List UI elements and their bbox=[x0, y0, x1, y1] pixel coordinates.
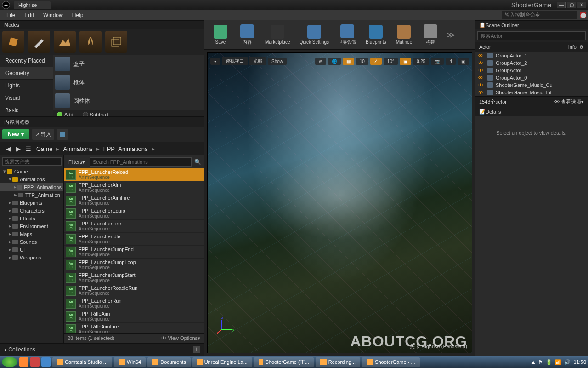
viewport[interactable]: ▾ 透视视口 光照 Show ⊕ 🌐 ▦ 10 ∠ 10° ▣ 0.25 📷 4… bbox=[207, 52, 472, 353]
brush-subtract-radio[interactable]: Subtract bbox=[83, 112, 109, 116]
angle-snap-icon[interactable]: ∠ bbox=[370, 58, 382, 65]
mode-cat-lights[interactable]: Lights bbox=[0, 80, 53, 92]
mode-cat-geometry[interactable]: Geometry bbox=[0, 67, 53, 80]
viewport-maximize-icon[interactable]: ▣ bbox=[458, 58, 469, 65]
mode-cat-visual[interactable]: Visual bbox=[0, 92, 53, 104]
outliner-col-info[interactable]: Info bbox=[568, 44, 577, 50]
outliner-view-options[interactable]: 👁 查看选项▾ bbox=[554, 98, 584, 105]
tree-folder[interactable]: ▸Weapons bbox=[0, 253, 63, 261]
actor-row[interactable]: 👁GroupActor_1 bbox=[475, 52, 588, 59]
tree-folder[interactable]: ▸Effects bbox=[0, 214, 63, 222]
search-icon[interactable]: 🔍 bbox=[194, 159, 201, 165]
actor-row[interactable]: 👁GroupActor bbox=[475, 67, 588, 74]
quick-launch-icon[interactable] bbox=[19, 357, 28, 367]
transform-mode-icon[interactable]: ⊕ bbox=[315, 58, 326, 65]
place-item[interactable]: 圆柱体 bbox=[53, 92, 204, 110]
scale-snap-icon[interactable]: ▣ bbox=[400, 58, 411, 65]
place-mode-icon[interactable] bbox=[2, 31, 24, 53]
actor-row[interactable]: 👁ShooterGame_Music_Cu bbox=[475, 81, 588, 89]
taskbar-app-button[interactable]: Win64 bbox=[114, 357, 146, 367]
tray-icon[interactable]: 📶 bbox=[555, 359, 561, 365]
taskbar-app-button[interactable]: ShooterGame (正... bbox=[254, 357, 314, 367]
asset-item[interactable]: AnImFPP_LauncherEquipAnimSequence bbox=[64, 207, 204, 220]
grid-snap-icon[interactable]: ▦ bbox=[343, 58, 354, 65]
brush-add-radio[interactable]: Add bbox=[57, 112, 74, 116]
visibility-eye-icon[interactable]: 👁 bbox=[478, 90, 485, 95]
asset-search-input[interactable] bbox=[90, 157, 192, 167]
menu-help[interactable]: Help bbox=[68, 11, 88, 19]
asset-item[interactable]: AnImFPP_LauncherJumpStartAnimSequence bbox=[64, 271, 204, 284]
view-options-button[interactable]: 👁 View Options▾ bbox=[161, 335, 200, 341]
mode-cat-basic[interactable]: Basic bbox=[0, 104, 53, 116]
tray-icon[interactable]: ▲ bbox=[531, 359, 536, 365]
menu-edit[interactable]: Edit bbox=[20, 11, 39, 19]
tree-folder[interactable]: ▸Characters bbox=[0, 207, 63, 214]
level-tab[interactable]: Highrise bbox=[14, 1, 51, 9]
quick-launch-icon[interactable] bbox=[41, 357, 51, 367]
menu-file[interactable]: File bbox=[2, 11, 20, 19]
breadcrumb[interactable]: Game bbox=[34, 145, 54, 152]
asset-item[interactable]: AnImFPP_LauncherJumpEndAnimSequence bbox=[64, 246, 204, 259]
collections-expander[interactable]: ▴ Collections bbox=[4, 346, 35, 353]
place-item[interactable]: 椎体 bbox=[53, 73, 204, 92]
viewport-lit-button[interactable]: 光照 bbox=[249, 57, 266, 65]
asset-item[interactable]: AnImFPP_LanucherReloadAnimSequence bbox=[64, 168, 204, 181]
tree-folder[interactable]: ▸UI bbox=[0, 246, 63, 253]
asset-list[interactable]: AnImFPP_LanucherReloadAnimSequenceAnImFP… bbox=[64, 168, 204, 333]
tree-folder[interactable]: ▸Maps bbox=[0, 230, 63, 238]
asset-item[interactable]: AnImFPP_LauncherFireAnimSequence bbox=[64, 220, 204, 233]
tray-icon[interactable]: 🔋 bbox=[546, 359, 552, 365]
nav-forward-button[interactable]: ▶ bbox=[14, 144, 23, 153]
visibility-eye-icon[interactable]: 👁 bbox=[478, 82, 485, 88]
grid-snap-value[interactable]: 10 bbox=[356, 58, 368, 65]
toolbar-button[interactable]: 构建 bbox=[418, 23, 443, 46]
engine-stop-button[interactable]: ⬤ bbox=[580, 12, 586, 18]
asset-item[interactable]: AnImFPP_LauncherAimFireAnimSequence bbox=[64, 194, 204, 207]
breadcrumb[interactable]: Animations bbox=[61, 145, 94, 152]
window-minimize-button[interactable]: — bbox=[557, 2, 566, 8]
taskbar-app-button[interactable]: ShooterGame - ... bbox=[362, 357, 419, 367]
foliage-mode-icon[interactable] bbox=[79, 31, 102, 53]
breadcrumb[interactable]: FPP_Animations bbox=[102, 145, 150, 152]
menu-window[interactable]: Window bbox=[39, 11, 68, 19]
scale-snap-value[interactable]: 0.25 bbox=[413, 58, 429, 65]
taskbar-app-button[interactable]: Documents bbox=[147, 357, 191, 367]
add-collection-button[interactable]: + bbox=[193, 346, 200, 353]
asset-item[interactable]: AnImFPP_RifleAimAnimSequence bbox=[64, 310, 204, 323]
visibility-eye-icon[interactable]: 👁 bbox=[478, 53, 485, 58]
taskbar-app-button[interactable]: Unreal Engine La... bbox=[192, 357, 252, 367]
nav-back-button[interactable]: ◀ bbox=[4, 144, 12, 153]
toolbar-button[interactable]: 内容 bbox=[235, 23, 260, 46]
actor-row[interactable]: 👁GroupActor_2 bbox=[475, 59, 588, 67]
asset-item[interactable]: AnImFPP_LauncherRunAnimSequence bbox=[64, 297, 204, 310]
landscape-mode-icon[interactable] bbox=[54, 31, 76, 53]
actor-search-input[interactable] bbox=[477, 31, 586, 40]
asset-item[interactable]: AnImFPP_LauncherRoadieRunAnimSequence bbox=[64, 284, 204, 297]
tray-icon[interactable]: ⚑ bbox=[538, 359, 543, 365]
tree-folder[interactable]: ▾Game bbox=[0, 167, 63, 175]
asset-item[interactable]: AnImFPP_LauncherIdleAnimSequence bbox=[64, 233, 204, 246]
asset-item[interactable]: AnImFPP_LauncherAimAnimSequence bbox=[64, 181, 204, 194]
outliner-col-actor[interactable]: Actor bbox=[479, 44, 568, 50]
toolbar-button[interactable]: Quick Settings bbox=[295, 24, 332, 46]
tree-folder[interactable]: ▸Blueprints bbox=[0, 199, 63, 207]
quick-launch-icon[interactable] bbox=[30, 357, 40, 367]
tree-folder[interactable]: ▸Sounds bbox=[0, 238, 63, 246]
tree-folder[interactable]: ▸FPP_Animations bbox=[0, 183, 63, 191]
toolbar-button[interactable]: Marketplace bbox=[261, 24, 294, 46]
actor-row[interactable]: 👁GroupActor_0 bbox=[475, 74, 588, 81]
settings-icon[interactable]: ⚙ bbox=[579, 44, 584, 50]
camera-speed-value[interactable]: 4 bbox=[446, 58, 456, 65]
taskbar-app-button[interactable]: Recording... bbox=[316, 357, 360, 367]
folder-search-input[interactable] bbox=[2, 157, 62, 166]
toolbar-overflow-button[interactable]: ≫ bbox=[447, 30, 455, 40]
import-button[interactable]: ↗导入 bbox=[32, 129, 54, 140]
taskbar-app-button[interactable]: Camtasia Studio ... bbox=[52, 357, 112, 367]
toolbar-button[interactable]: Save bbox=[208, 24, 233, 46]
place-item[interactable]: 盒子 bbox=[53, 55, 204, 73]
save-all-button[interactable] bbox=[57, 129, 68, 140]
asset-item[interactable]: AnImFPP_LauncherJumpLoopAnimSequence bbox=[64, 259, 204, 271]
toolbar-button[interactable]: 世界设置 bbox=[334, 23, 360, 46]
angle-snap-value[interactable]: 10° bbox=[384, 58, 398, 65]
camera-speed-icon[interactable]: 📷 bbox=[431, 58, 444, 65]
